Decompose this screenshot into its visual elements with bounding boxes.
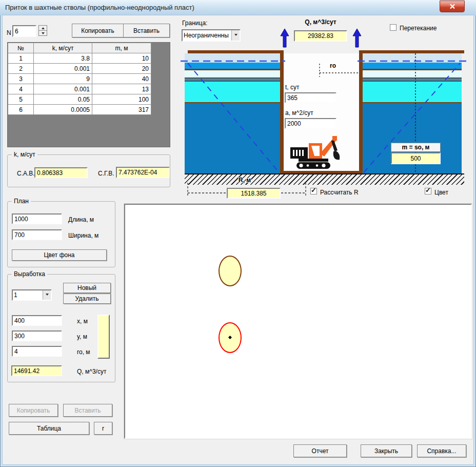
table-cell[interactable]: 3 bbox=[8, 74, 34, 84]
overflow-label: Перетекание bbox=[400, 25, 437, 32]
copy-layers-button[interactable]: Копировать bbox=[72, 24, 124, 37]
table-row[interactable]: 60.0005317 bbox=[8, 105, 151, 115]
flow-arrow-up-icon bbox=[280, 28, 289, 48]
table-cell[interactable]: 0.05 bbox=[34, 94, 92, 105]
table-cell[interactable]: 100 bbox=[92, 94, 151, 105]
paste-working-button[interactable]: Вставить bbox=[63, 404, 112, 417]
spinner-down-button[interactable] bbox=[38, 30, 47, 36]
chevron-down-icon bbox=[46, 294, 49, 297]
working-q-field: 14691.42 bbox=[11, 365, 62, 376]
plan-canvas[interactable] bbox=[124, 204, 472, 439]
table-header-row: №k, м/сутm, м bbox=[8, 43, 151, 53]
x-input[interactable]: 400 bbox=[12, 315, 62, 326]
window-title: Приток в шахтные стволы (профильно-неодн… bbox=[5, 4, 194, 11]
n-input[interactable]: 6 bbox=[12, 25, 36, 37]
dialog-window: Приток в шахтные стволы (профильно-неодн… bbox=[0, 0, 476, 467]
table-cell[interactable]: 10 bbox=[92, 53, 151, 64]
table-header-cell: k, м/сут bbox=[34, 43, 92, 53]
calc-r-label: Рассчитать R bbox=[320, 189, 359, 196]
paste-layers-button[interactable]: Вставить bbox=[123, 24, 170, 37]
excavator-icon bbox=[286, 134, 344, 171]
n-spinner[interactable] bbox=[38, 25, 47, 36]
table-cell[interactable]: 2 bbox=[8, 64, 34, 74]
stratum-layer bbox=[363, 63, 462, 69]
copy-working-button[interactable]: Копировать bbox=[9, 404, 58, 417]
shaft-wall-left bbox=[280, 50, 284, 174]
t-input[interactable]: 365 bbox=[285, 92, 336, 103]
table-cell[interactable]: 40 bbox=[92, 74, 151, 84]
table-row[interactable]: 20.00120 bbox=[8, 64, 151, 74]
close-button[interactable] bbox=[440, 1, 465, 12]
ro-dim-label: ro bbox=[330, 62, 336, 69]
table-cell[interactable]: 6 bbox=[8, 105, 34, 115]
table-cell[interactable]: 13 bbox=[92, 84, 151, 94]
ground-hatch bbox=[185, 173, 464, 185]
arrow-down-icon bbox=[42, 32, 45, 36]
a-input[interactable]: 2000 bbox=[285, 118, 336, 129]
m-so-field: 500 bbox=[391, 152, 441, 164]
report-button[interactable]: Отчет bbox=[293, 444, 347, 457]
plan-length-input[interactable]: 1000 bbox=[12, 213, 62, 224]
plan-group-title: План bbox=[12, 198, 31, 205]
table-cell[interactable]: 20 bbox=[92, 64, 151, 74]
layers-table[interactable]: №k, м/сутm, м 13.81020.00120394040.00113… bbox=[7, 42, 170, 147]
table-cell[interactable]: 4 bbox=[8, 84, 34, 94]
title-bar[interactable]: Приток в шахтные стволы (профильно-неодн… bbox=[0, 0, 476, 15]
table-row[interactable]: 50.05100 bbox=[8, 94, 151, 105]
combo-dropdown-button[interactable] bbox=[231, 30, 240, 41]
r-dim-label: R, м bbox=[239, 177, 251, 184]
table-row[interactable]: 40.00113 bbox=[8, 84, 151, 94]
table-cell[interactable]: 317 bbox=[92, 105, 151, 115]
table-row[interactable]: 3940 bbox=[8, 74, 151, 84]
overflow-checkbox[interactable]: ✓ bbox=[390, 24, 396, 31]
stratum-layer bbox=[185, 82, 280, 102]
y-input[interactable]: 300 bbox=[12, 330, 62, 341]
boundary-combo[interactable]: Неограниченны bbox=[182, 29, 241, 42]
table-button[interactable]: Таблица bbox=[9, 422, 89, 435]
working-index-combo[interactable]: 1 bbox=[12, 289, 52, 301]
stratum-layer bbox=[363, 53, 462, 63]
close-dialog-button[interactable]: Закрыть bbox=[361, 444, 412, 457]
t-label: t, сут bbox=[285, 84, 300, 91]
new-working-button[interactable]: Новый bbox=[63, 283, 111, 293]
r-button[interactable]: r bbox=[94, 422, 112, 435]
m-so-label: m = so, м bbox=[391, 143, 441, 152]
plan-length-label: Длина, м bbox=[68, 216, 94, 223]
table-cell[interactable]: 3.8 bbox=[34, 53, 92, 64]
help-button[interactable]: Справка... bbox=[417, 444, 466, 457]
table-cell[interactable]: 1 bbox=[8, 53, 34, 64]
table-header-cell: m, м bbox=[92, 43, 151, 53]
k-group-title: k, м/сут bbox=[12, 151, 37, 158]
shaft-circle-selected[interactable] bbox=[219, 322, 242, 353]
y-label: y, м bbox=[77, 333, 87, 340]
flow-arrow-up-icon bbox=[352, 28, 362, 48]
working-group-title: Выработка bbox=[12, 270, 47, 278]
layers-table-body: 13.81020.00120394040.0011350.0510060.000… bbox=[8, 53, 151, 115]
shaft-circle-brown[interactable] bbox=[219, 256, 242, 286]
ro-label: ro, м bbox=[77, 348, 90, 356]
check-icon: ✓ bbox=[311, 186, 316, 194]
color-checkbox[interactable]: ✓ bbox=[425, 188, 431, 194]
left-strata bbox=[185, 53, 280, 173]
table-cell[interactable]: 9 bbox=[34, 74, 92, 84]
delete-working-button[interactable]: Удалить bbox=[63, 294, 111, 304]
combo-dropdown-button[interactable] bbox=[43, 290, 51, 300]
shaft-wall-right bbox=[359, 50, 363, 174]
bg-color-button[interactable]: Цвет фона bbox=[12, 249, 107, 261]
plan-width-input[interactable]: 700 bbox=[12, 229, 62, 240]
working-color-swatch[interactable] bbox=[97, 315, 110, 359]
table-cell[interactable]: 5 bbox=[8, 94, 34, 105]
calc-r-checkbox[interactable]: ✓ bbox=[310, 188, 317, 194]
table-cell[interactable]: 0.001 bbox=[34, 64, 92, 74]
table-cell[interactable]: 0.001 bbox=[34, 84, 92, 94]
table-cell[interactable]: 0.0005 bbox=[34, 105, 92, 115]
ro-input[interactable]: 4 bbox=[12, 346, 62, 357]
a-label: a, м^2/сут bbox=[285, 109, 313, 116]
shaft-center-marker bbox=[228, 336, 232, 339]
chevron-down-icon bbox=[234, 34, 237, 37]
r-field: 1518.385 bbox=[227, 188, 281, 199]
sgv-field: 7.473762E-04 bbox=[116, 167, 170, 178]
boundary-label: Граница: bbox=[182, 20, 207, 27]
table-row[interactable]: 13.810 bbox=[8, 53, 151, 64]
q-total-field: 29382.83 bbox=[294, 30, 347, 42]
